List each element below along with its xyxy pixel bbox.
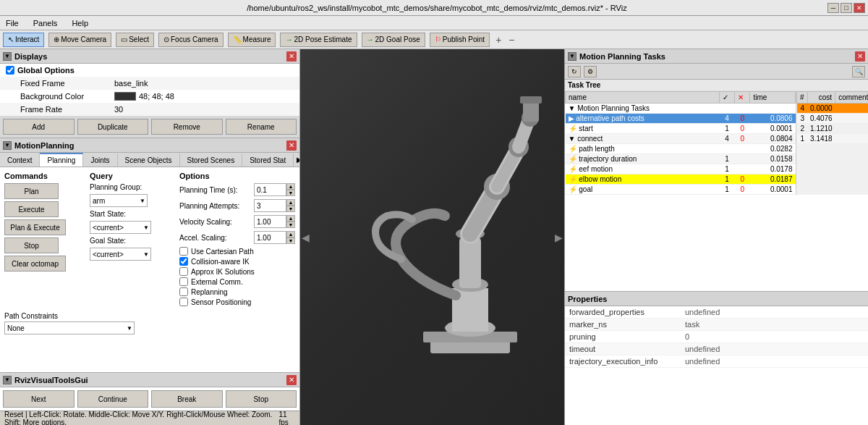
start-state-dropdown-icon[interactable]: ▼ [142, 224, 150, 231]
tab-planning[interactable]: Planning [40, 153, 83, 167]
table-row[interactable]: ⚡ goal 1 0 0.0001 [566, 185, 796, 195]
table-row[interactable]: ▼ Motion Planning Tasks [566, 104, 796, 114]
toolbar-move-camera[interactable]: ⊕ Move Camera [48, 33, 111, 47]
plan-execute-button[interactable]: Plan & Execute [4, 219, 66, 235]
toolbar-plus[interactable]: + [494, 34, 503, 46]
goal-state-dropdown-icon[interactable]: ▼ [142, 251, 150, 258]
table-row[interactable]: ▼ connect 4 0 0.0804 [566, 134, 796, 144]
prop-val-pruning: 0 [685, 332, 689, 341]
global-options-checkbox[interactable] [6, 66, 14, 75]
maximize-button[interactable]: □ [841, 3, 852, 13]
tab-stored-scenes[interactable]: Stored Scenes [180, 153, 243, 167]
remove-button[interactable]: Remove [151, 119, 223, 135]
task-tree-container: name ✓ ✕ time ▼ Motion Planning Tasks [565, 91, 868, 195]
task-tree-scroll[interactable]: name ✓ ✕ time ▼ Motion Planning Tasks [565, 91, 796, 195]
tree-refresh-btn[interactable]: ↻ [568, 66, 581, 77]
tab-more-arrow[interactable]: ▶ [294, 153, 299, 167]
displays-close-btn[interactable]: ✕ [286, 51, 297, 62]
table-row[interactable]: ⚡ start 1 0 0.0001 [566, 124, 796, 134]
planning-time-input[interactable] [254, 183, 286, 196]
toolbar-publish-point[interactable]: ⚐ Publish Point [430, 33, 490, 47]
mp-close-btn[interactable]: ✕ [286, 140, 297, 151]
displays-expand-icon[interactable]: ▼ [3, 52, 12, 61]
toolbar-2d-pose[interactable]: → 2D Pose Estimate [280, 33, 357, 47]
execute-button[interactable]: Execute [4, 201, 59, 217]
toolbar-minus[interactable]: − [507, 34, 516, 46]
3d-viewport[interactable]: ◀ ▶ [300, 49, 564, 425]
plan-button[interactable]: Plan [4, 183, 59, 199]
task-tree-close-btn[interactable]: ✕ [855, 51, 865, 62]
planning-attempts-up[interactable]: ▲ [286, 199, 295, 206]
table-row[interactable]: ⚡ path length 0.0282 [566, 144, 796, 154]
solution-row[interactable]: 1 3.1418 [797, 134, 869, 144]
approx-ik-checkbox[interactable] [179, 267, 188, 276]
accel-scaling-up[interactable]: ▲ [286, 231, 295, 237]
table-row[interactable]: ▶ alternative path costs 4 0 0.0806 [566, 114, 796, 124]
rviz-stop-btn[interactable]: Stop [226, 390, 297, 408]
minimize-button[interactable]: ─ [827, 3, 839, 13]
toolbar-interact[interactable]: ↖ Interact [3, 33, 44, 47]
toolbar-focus-camera[interactable]: ⊙ Focus Camera [158, 33, 224, 47]
rviz-expand-icon[interactable]: ▼ [3, 376, 12, 384]
table-row[interactable]: ⚡ trajectory duration 1 0.0158 [566, 154, 796, 164]
start-state-label: Start State: [90, 210, 126, 218]
stop-button[interactable]: Stop [4, 237, 59, 253]
rviz-next-btn[interactable]: Next [3, 390, 75, 408]
solution-row[interactable]: 3 0.4076 [797, 114, 869, 124]
clear-octomap-button[interactable]: Clear octomap [4, 256, 66, 272]
expand-connect[interactable]: ▼ [569, 135, 578, 143]
expand-alt-path[interactable]: ▶ [569, 114, 576, 122]
planning-attempts-down[interactable]: ▼ [286, 206, 295, 212]
tab-scene-objects[interactable]: Scene Objects [118, 153, 180, 167]
close-button[interactable]: ✕ [854, 3, 865, 13]
toolbar-measure[interactable]: 📏 Measure [228, 33, 276, 47]
viewport-right-arrow[interactable]: ▶ [555, 232, 563, 243]
velocity-scaling-input[interactable] [254, 215, 286, 228]
bg-color-row: Background Color 48; 48; 48 [0, 90, 299, 103]
rviz-close-btn[interactable]: ✕ [286, 375, 297, 385]
planning-attempts-input[interactable] [254, 199, 286, 212]
path-constraints-dropdown-icon[interactable]: ▼ [125, 325, 134, 332]
properties-header: Properties [565, 292, 868, 306]
velocity-scaling-down[interactable]: ▼ [286, 222, 295, 228]
collision-aware-checkbox[interactable] [179, 257, 188, 266]
planning-time-down[interactable]: ▼ [286, 190, 295, 196]
toolbar-select[interactable]: ▭ Select [116, 33, 154, 47]
expand-motion-planning-tasks[interactable]: ▼ [569, 104, 578, 112]
menu-help[interactable]: Help [69, 17, 91, 29]
tree-settings-btn[interactable]: ⚙ [584, 66, 597, 77]
rviz-break-btn[interactable]: Break [151, 390, 223, 408]
task-tree-expand-icon[interactable]: ▼ [568, 52, 576, 61]
tab-stored-stat[interactable]: Stored Stat [242, 153, 294, 167]
planning-time-up[interactable]: ▲ [286, 183, 295, 190]
replanning-checkbox[interactable] [179, 287, 188, 296]
planning-group-dropdown-icon[interactable]: ▼ [138, 198, 147, 204]
toolbar-2d-goal[interactable]: → 2D Goal Pose [362, 33, 425, 47]
tab-context[interactable]: Context [0, 153, 40, 167]
solution-row[interactable]: 2 1.1210 [797, 124, 869, 134]
mp-expand-icon[interactable]: ▼ [3, 141, 12, 150]
planning-group-row: Planning Group: [90, 183, 176, 191]
planning-group-select-row: arm ▼ [90, 194, 176, 207]
rename-button[interactable]: Rename [226, 119, 297, 135]
duplicate-button[interactable]: Duplicate [77, 119, 149, 135]
accel-scaling-down[interactable]: ▼ [286, 237, 295, 244]
expand-start[interactable]: ⚡ [569, 125, 579, 132]
accel-scaling-input[interactable] [254, 231, 286, 244]
table-row[interactable]: ⚡ elbow motion 1 0 0.0187 [566, 174, 796, 185]
table-row[interactable]: ⚡ eef motion 1 0.0178 [566, 164, 796, 174]
external-comm-checkbox[interactable] [179, 277, 188, 286]
tree-magnify-btn[interactable]: 🔍 [852, 66, 865, 77]
collision-aware-row: Collision-aware IK [179, 257, 295, 266]
viewport-left-arrow[interactable]: ◀ [302, 232, 310, 243]
sensor-positioning-checkbox[interactable] [179, 298, 188, 306]
menu-file[interactable]: File [3, 17, 22, 29]
menu-panels[interactable]: Panels [30, 17, 61, 29]
tab-joints[interactable]: Joints [83, 153, 117, 167]
rviz-continue-btn[interactable]: Continue [77, 390, 149, 408]
use-cartesian-checkbox[interactable] [179, 247, 188, 256]
solution-row[interactable]: 4 0.0000 [797, 104, 869, 114]
add-button[interactable]: Add [3, 119, 75, 135]
velocity-scaling-up[interactable]: ▲ [286, 215, 295, 222]
viewport-panel[interactable]: ◀ ▶ [300, 49, 564, 425]
